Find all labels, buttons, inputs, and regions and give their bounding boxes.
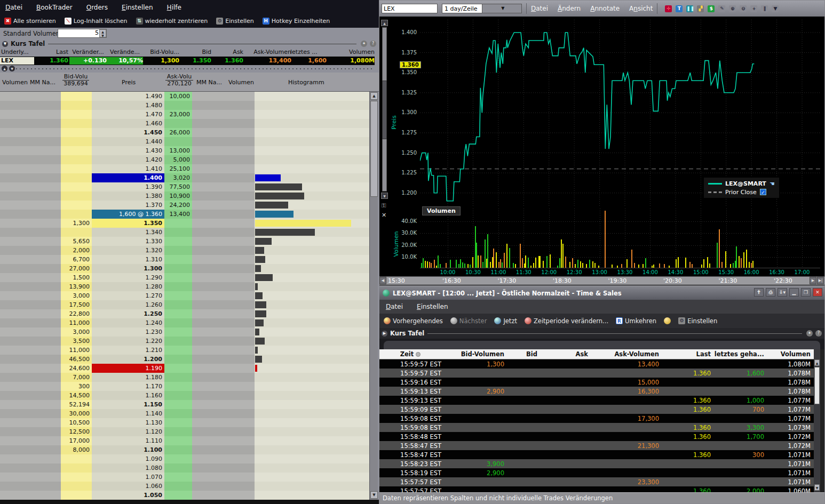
ladder-ask-volume[interactable]: 13,400 — [164, 210, 192, 219]
hand-icon[interactable]: ✦ — [806, 330, 813, 337]
toolbar-item-clear-log[interactable]: ⟍Log-Inhalt löschen — [65, 18, 128, 25]
quote-col-2[interactable]: Veränder... — [70, 49, 106, 55]
ladder-ask-volume[interactable]: 24,200 — [164, 201, 192, 210]
ts-toolbar-next[interactable]: Nächster — [450, 317, 487, 325]
ladder-price[interactable]: 1.060 — [92, 482, 164, 491]
ladder-row[interactable]: 22,8001.250 — [0, 309, 369, 318]
col-histogramm[interactable]: Histogramm — [288, 79, 324, 86]
ladder-ask-volume[interactable] — [164, 382, 192, 391]
ladder-row[interactable]: 6,7001.310 — [0, 255, 369, 264]
crosshair-plus-icon[interactable]: ＋ — [750, 5, 757, 12]
ladder-ask-volume[interactable] — [164, 264, 192, 273]
ladder-ask-volume[interactable] — [164, 337, 192, 346]
ts-toolbar-now[interactable]: Jetzt — [494, 317, 517, 325]
ts-toolbar-globe[interactable] — [664, 317, 671, 324]
ladder-bid-volume[interactable] — [61, 182, 92, 191]
ladder-ask-volume[interactable] — [164, 291, 192, 300]
ladder-row[interactable]: 1.47023,000 — [0, 110, 369, 119]
ladder-price[interactable]: 1.330 — [92, 237, 164, 246]
expand-icon[interactable]: ▶ — [382, 331, 387, 337]
ladder-bid-volume[interactable] — [61, 228, 92, 237]
ladder-row[interactable]: 1,3001.350 — [0, 219, 369, 228]
ladder-price[interactable]: 1.150 — [92, 400, 164, 409]
ts-row[interactable]: 15:58:23 EST3,9001,071M — [379, 459, 814, 468]
ladder-bid-volume[interactable] — [61, 101, 92, 110]
ladder-price[interactable]: 1.110 — [92, 436, 164, 445]
ladder-bid-volume[interactable]: 22,800 — [61, 309, 92, 318]
ladder-price[interactable]: 1.190 — [92, 364, 164, 373]
ladder-row[interactable]: 3001.170 — [0, 382, 369, 391]
ts-scroll-down-icon[interactable]: ▼ — [814, 484, 820, 491]
ts-row[interactable]: 15:59:13 EST2,90016,3001,078M — [379, 387, 814, 396]
quote-col-7[interactable]: Ask-Volumen — [244, 49, 291, 55]
ladder-bid-volume[interactable]: 12,500 — [61, 427, 92, 436]
ladder-row[interactable]: 1.460 — [0, 119, 369, 128]
chart-symbol-input[interactable] — [382, 4, 438, 13]
menu-item-ndern[interactable]: Ändern — [558, 5, 581, 12]
ladder-ask-volume[interactable] — [164, 219, 192, 228]
text-tool-icon[interactable]: T — [676, 5, 683, 12]
hand-icon[interactable]: ✦ — [361, 41, 367, 47]
ladder-row[interactable]: 1.37024,200 — [0, 201, 369, 210]
menu-item-annotate[interactable]: Annotate — [590, 5, 620, 12]
toolbar-item-hotkey[interactable]: HHotkey Einzelheiten — [263, 18, 330, 25]
ts-col-7[interactable]: Volumen — [767, 349, 814, 359]
ladder-bid-volume[interactable]: 3,000 — [61, 327, 92, 337]
ladder-bid-volume[interactable]: 6,700 — [61, 255, 92, 264]
ladder-bid-volume[interactable] — [61, 473, 92, 482]
ladder-ask-volume[interactable] — [164, 355, 192, 364]
ts-toolbar-reverse[interactable]: RUmkehren — [616, 317, 656, 325]
ladder-price[interactable]: 1.280 — [92, 282, 164, 291]
ladder-scrollbar[interactable]: ▲ ▼ — [369, 92, 378, 500]
ladder-row[interactable]: 7,0001.180 — [0, 373, 369, 382]
ladder-bid-volume[interactable]: 1,300 — [61, 219, 92, 228]
ts-row[interactable]: 15:59:13 EST1.3601,0001,077M — [379, 396, 814, 405]
ts-row[interactable]: 15:59:08 EST1.3603,3001,073M — [379, 423, 814, 432]
scroll-right-icon[interactable]: ▶ — [810, 277, 816, 284]
ladder-price[interactable]: 1.400 — [92, 173, 164, 182]
ladder-price[interactable]: 1.140 — [92, 409, 164, 418]
col-ask-volume[interactable]: Ask-Volu 270,120 — [163, 73, 195, 87]
ladder-price[interactable]: 1.490 — [92, 92, 164, 101]
ladder-bid-volume[interactable] — [61, 119, 92, 128]
ladder-price[interactable]: 1.260 — [92, 300, 164, 309]
ladder-row[interactable]: 3,5001.220 — [0, 337, 369, 346]
ladder-row[interactable]: 1.440 — [0, 137, 369, 146]
toolbar-item-cancel-all[interactable]: ✖Alle stornieren — [4, 18, 56, 25]
ladder-row[interactable]: 46,5001.200 — [0, 355, 369, 364]
toolbar-item-settings[interactable]: ⚙Einstellen — [216, 18, 254, 25]
quote-col-6[interactable]: Ask — [212, 49, 243, 55]
ladder-bid-volume[interactable]: 11,000 — [61, 318, 92, 327]
ladder-row[interactable]: 30,0001.140 — [0, 409, 369, 418]
ladder-ask-volume[interactable]: 5,000 — [164, 155, 192, 164]
crosshair-icon[interactable]: ✛ — [665, 5, 672, 12]
ladder-row[interactable]: 1.050 — [0, 491, 369, 500]
col-bid-volume[interactable]: Bid-Volu 389,694 — [60, 73, 92, 87]
ladder-price[interactable]: 1.090 — [92, 454, 164, 463]
ladder-row[interactable]: 5,6501.330 — [0, 237, 369, 246]
ladder-price[interactable]: 1,600 @ 1.360 — [92, 210, 164, 219]
menu-item-datei[interactable]: Datei — [531, 5, 548, 12]
menu-item-einstellen[interactable]: Einstellen — [122, 4, 153, 11]
quote-col-0[interactable]: Underly... — [1, 49, 33, 55]
ladder-bid-volume[interactable]: 3,500 — [61, 337, 92, 346]
ts-tab[interactable] — [384, 341, 820, 349]
ladder-price[interactable]: 1.290 — [92, 273, 164, 282]
ladder-row[interactable]: 11,0001.240 — [0, 318, 369, 327]
ladder-bid-volume[interactable]: 3,000 — [61, 291, 92, 300]
ladder-bid-volume[interactable] — [61, 482, 92, 491]
ladder-price[interactable]: 1.120 — [92, 427, 164, 436]
ladder-row[interactable]: 24,6001.190 — [0, 364, 369, 373]
ladder-ask-volume[interactable] — [164, 491, 192, 500]
menu-item-datei[interactable]: Datei — [5, 4, 22, 11]
ladder-bid-volume[interactable]: 11,000 — [61, 346, 92, 355]
minimize-icon[interactable]: ▁ — [789, 288, 799, 297]
ladder-ask-volume[interactable] — [164, 373, 192, 382]
ladder-ask-volume[interactable]: 3,020 — [164, 173, 192, 182]
ladder-bid-volume[interactable]: 10,500 — [61, 418, 92, 427]
ts-row[interactable]: 15:59:09 EST1.3607001,077M — [379, 405, 814, 414]
ladder-ask-volume[interactable] — [164, 463, 192, 473]
close-icon[interactable]: ✕ — [813, 288, 822, 297]
ts-row[interactable]: 15:59:16 EST15,0001,078M — [379, 378, 814, 387]
ladder-price[interactable]: 1.300 — [92, 264, 164, 273]
